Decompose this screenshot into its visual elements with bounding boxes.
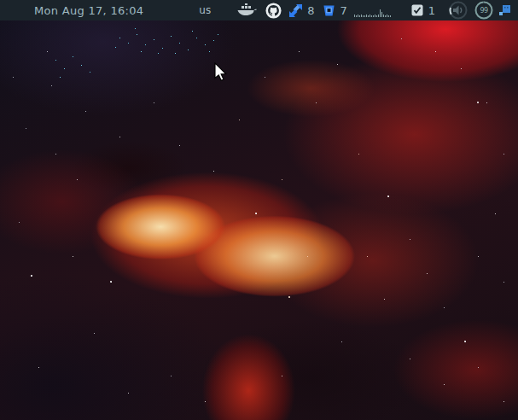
tasks-tray-item[interactable]: 1 xyxy=(410,3,435,17)
docker-whale-icon xyxy=(236,3,257,17)
jira-tray-item[interactable]: 8 xyxy=(288,3,314,18)
cpu-graph-bar xyxy=(385,15,386,17)
checkbox-checked-icon xyxy=(410,3,424,17)
bitbucket-count: 7 xyxy=(340,4,346,17)
cpu-graph-bar xyxy=(390,15,391,17)
cpu-graph-bar xyxy=(376,15,377,17)
top-status-bar: Mon Aug 17, 16:04 us xyxy=(0,0,518,20)
cpu-graph-bar xyxy=(356,15,357,17)
cpu-graph-bar xyxy=(383,15,384,17)
volume-indicator[interactable] xyxy=(449,1,468,20)
cpu-graph-bar xyxy=(368,15,369,17)
mouse-cursor xyxy=(214,62,230,86)
clock[interactable]: Mon Aug 17, 16:04 xyxy=(34,4,143,17)
cpu-graph-bar xyxy=(378,15,379,17)
cpu-graph-bar xyxy=(359,15,360,17)
cpu-graph[interactable] xyxy=(354,9,402,17)
github-octocat-icon xyxy=(265,3,282,19)
cpu-graph-bar xyxy=(387,15,387,17)
cpu-graph-bar xyxy=(373,15,374,17)
bitbucket-tray-item[interactable]: 7 xyxy=(323,4,346,17)
cpu-graph-bar xyxy=(363,15,364,17)
cpu-graph-bar xyxy=(388,15,389,17)
cpu-graph-bar xyxy=(354,15,355,17)
speaker-icon xyxy=(453,6,462,15)
bitbucket-bucket-icon xyxy=(323,4,335,17)
blue-squares-icon xyxy=(498,3,511,17)
jira-count: 8 xyxy=(307,4,314,17)
cpu-graph-bar xyxy=(358,15,358,17)
tasks-count: 1 xyxy=(428,4,435,17)
battery-indicator[interactable]: 99 xyxy=(474,1,493,20)
cpu-graph-bar xyxy=(375,15,375,17)
cpu-graph-bar xyxy=(366,15,367,17)
cpu-graph-bar xyxy=(370,15,370,17)
battery-percent: 99 xyxy=(474,1,493,20)
keyboard-layout-indicator[interactable]: us xyxy=(199,4,211,16)
cpu-graph-bar xyxy=(361,15,362,17)
desktop-wallpaper-red-nebula xyxy=(0,0,518,420)
cpu-graph-bar xyxy=(371,15,372,17)
status-bar-right-cluster: us xyxy=(199,1,515,20)
jira-arrows-icon xyxy=(288,3,303,18)
tray-app-item[interactable] xyxy=(498,3,511,17)
cpu-graph-bar xyxy=(381,12,382,17)
github-tray-item[interactable] xyxy=(265,3,282,19)
cpu-graph-bar xyxy=(364,15,365,17)
cpu-graph-bar xyxy=(380,9,381,17)
docker-tray-item[interactable] xyxy=(236,3,257,17)
